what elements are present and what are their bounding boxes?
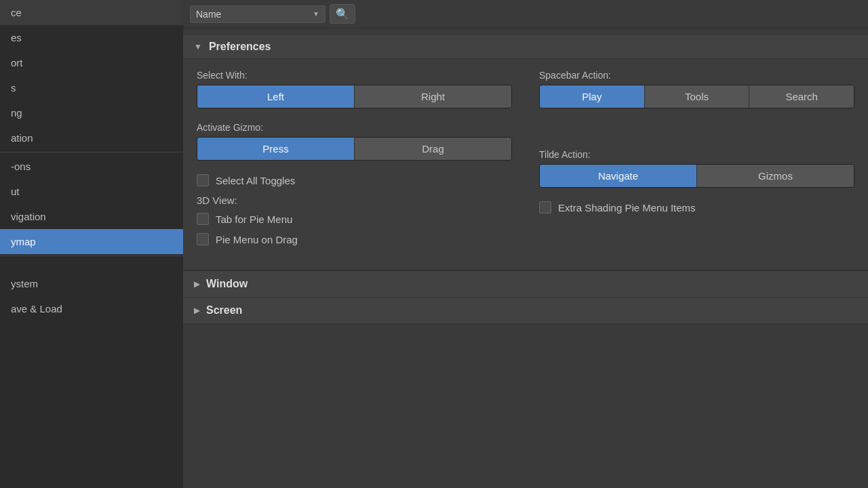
activate-press-button[interactable]: Press xyxy=(197,138,355,160)
chevron-down-icon: ▼ xyxy=(313,10,319,18)
top-bar: Name ▼ 🔍 xyxy=(183,0,868,28)
screen-section-label: Screen xyxy=(206,304,242,317)
sidebar-item-save-load[interactable]: ave & Load xyxy=(0,296,183,321)
spacebar-search-button[interactable]: Search xyxy=(749,85,854,108)
activate-gizmo-toggle: Press Drag xyxy=(197,137,512,161)
spacebar-action-group: Spacebar Action: Play Tools Search xyxy=(539,70,854,108)
name-dropdown[interactable]: Name ▼ xyxy=(190,5,326,23)
tab-pie-menu-checkbox[interactable] xyxy=(197,213,209,225)
sidebar-item-s[interactable]: s xyxy=(0,75,183,100)
activate-gizmo-label: Activate Gizmo: xyxy=(197,122,512,133)
sidebar: ce es ort s ng ation -ons ut vigation ym… xyxy=(0,0,183,488)
spacebar-action-toggle: Play Tools Search xyxy=(539,85,854,108)
sidebar-item-ut[interactable]: ut xyxy=(0,179,183,204)
window-arrow-icon: ▶ xyxy=(194,280,199,289)
tilde-gizmos-button[interactable]: Gizmos xyxy=(697,165,854,187)
select-all-toggles-row: Select All Toggles xyxy=(197,174,512,186)
spacebar-action-label: Spacebar Action: xyxy=(539,70,854,81)
preferences-left-col: Select With: Left Right Activate Gizmo: … xyxy=(197,70,512,259)
sidebar-item-vigation[interactable]: vigation xyxy=(0,204,183,229)
tab-pie-menu-row: Tab for Pie Menu xyxy=(197,213,512,225)
extra-shading-row: Extra Shading Pie Menu Items xyxy=(539,201,854,214)
window-section-header[interactable]: ▶ Window xyxy=(183,271,868,298)
search-button[interactable]: 🔍 xyxy=(330,4,355,24)
view3d-group: 3D View: Tab for Pie Menu Pie Menu on Dr… xyxy=(197,195,512,245)
prefs-area: ▼ Preferences Select With: Left Right xyxy=(183,28,868,488)
select-right-button[interactable]: Right xyxy=(355,85,511,108)
pie-menu-drag-checkbox[interactable] xyxy=(197,233,209,245)
select-all-toggles-checkbox[interactable] xyxy=(197,174,209,186)
tilde-navigate-button[interactable]: Navigate xyxy=(540,165,697,187)
sidebar-item-system[interactable]: ystem xyxy=(0,271,183,296)
tilde-action-label: Tilde Action: xyxy=(539,149,854,160)
sidebar-item-ort[interactable]: ort xyxy=(0,50,183,75)
view3d-label: 3D View: xyxy=(197,195,512,206)
app-container: ce es ort s ng ation -ons ut vigation ym… xyxy=(0,0,868,488)
collapse-arrow-icon: ▼ xyxy=(194,42,202,52)
screen-arrow-icon: ▶ xyxy=(194,306,199,315)
sidebar-item-ng[interactable]: ng xyxy=(0,100,183,125)
extra-shading-label: Extra Shading Pie Menu Items xyxy=(558,202,696,214)
sidebar-divider-2 xyxy=(0,256,183,256)
preferences-section-header[interactable]: ▼ Preferences xyxy=(183,35,868,59)
sidebar-item-ymap[interactable]: ymap xyxy=(0,229,183,254)
window-section-label: Window xyxy=(206,278,248,290)
preferences-right-col: Spacebar Action: Play Tools Search Tilde… xyxy=(539,70,854,259)
sidebar-item-ce[interactable]: ce xyxy=(0,0,183,25)
pie-menu-drag-row: Pie Menu on Drag xyxy=(197,233,512,245)
select-left-button[interactable]: Left xyxy=(197,85,355,108)
preferences-section-body: Select With: Left Right Activate Gizmo: … xyxy=(183,59,868,271)
name-label: Name xyxy=(196,9,221,20)
activate-drag-button[interactable]: Drag xyxy=(355,138,511,160)
spacebar-play-button[interactable]: Play xyxy=(540,85,645,108)
select-with-label: Select With: xyxy=(197,70,512,81)
spacebar-tools-button[interactable]: Tools xyxy=(645,85,750,108)
preferences-columns: Select With: Left Right Activate Gizmo: … xyxy=(197,70,854,259)
search-icon: 🔍 xyxy=(336,8,349,20)
sidebar-divider-1 xyxy=(0,152,183,152)
select-all-toggles-label: Select All Toggles xyxy=(216,175,295,186)
sidebar-item-ation[interactable]: ation xyxy=(0,125,183,150)
sidebar-item-ons[interactable]: -ons xyxy=(0,154,183,179)
activate-gizmo-group: Activate Gizmo: Press Drag xyxy=(197,122,512,161)
pie-menu-drag-label: Pie Menu on Drag xyxy=(216,234,298,245)
select-with-toggle: Left Right xyxy=(197,85,512,108)
screen-section-header[interactable]: ▶ Screen xyxy=(183,298,868,324)
extra-shading-checkbox[interactable] xyxy=(539,201,551,214)
tab-pie-menu-label: Tab for Pie Menu xyxy=(216,214,292,225)
tilde-action-group: Tilde Action: Navigate Gizmos xyxy=(539,149,854,188)
main-content: Name ▼ 🔍 ▼ Preferences Sele xyxy=(183,0,868,488)
select-with-group: Select With: Left Right xyxy=(197,70,512,108)
preferences-title: Preferences xyxy=(209,41,271,53)
tilde-action-toggle: Navigate Gizmos xyxy=(539,164,854,188)
sidebar-item-es[interactable]: es xyxy=(0,25,183,50)
